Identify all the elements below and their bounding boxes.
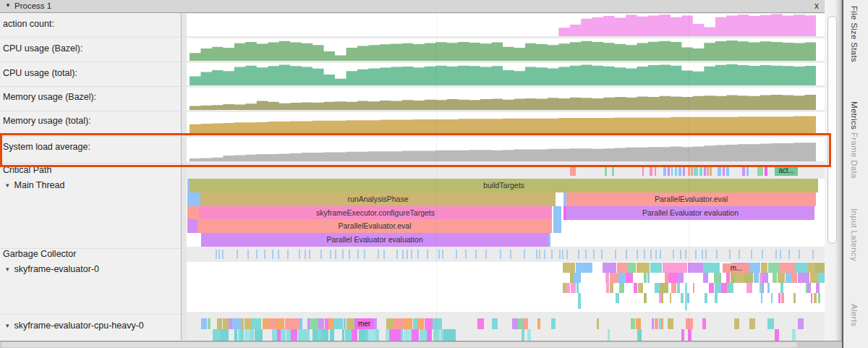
cpu-heavy-slice[interactable] xyxy=(232,318,241,329)
gc-event-slice[interactable] xyxy=(751,250,752,259)
evaluator0-slice[interactable] xyxy=(771,293,773,303)
critical-path-slice[interactable] xyxy=(642,166,644,176)
evaluator0-slice[interactable] xyxy=(628,263,636,273)
gc-event-slice[interactable] xyxy=(775,250,777,259)
evaluator0-slice[interactable] xyxy=(610,273,618,283)
evaluator0-slice[interactable] xyxy=(805,273,809,283)
collapse-triangle-icon[interactable]: ▾ xyxy=(6,182,9,189)
critical-path-slice[interactable] xyxy=(726,166,729,176)
evaluator0-badge[interactable]: m... xyxy=(723,263,750,273)
evaluator0-slice[interactable] xyxy=(807,283,811,293)
cpu-heavy-slice[interactable] xyxy=(518,318,523,329)
gc-event-slice[interactable] xyxy=(272,250,273,259)
evaluator0-slice[interactable] xyxy=(663,263,673,273)
track-label[interactable]: Memory usage (total): xyxy=(3,116,91,126)
evaluator0-slice[interactable] xyxy=(778,293,780,303)
gc-event-slice[interactable] xyxy=(650,250,652,259)
cpu-heavy-slice[interactable] xyxy=(344,318,346,329)
side-tab-metrics[interactable]: Metrics xyxy=(850,101,859,130)
evaluator0-slice[interactable] xyxy=(814,293,817,303)
evaluator0-slice[interactable] xyxy=(603,263,616,273)
critical-path-slice[interactable] xyxy=(691,166,693,176)
evaluator0-slice[interactable] xyxy=(671,283,676,293)
evaluator0-slice[interactable] xyxy=(655,283,660,293)
cpu-heavy-slice[interactable] xyxy=(608,329,610,341)
critical-path-badge[interactable]: act... xyxy=(775,166,798,176)
gc-event-slice[interactable] xyxy=(456,250,457,259)
collapse-triangle-icon[interactable]: ▾ xyxy=(6,266,9,273)
evaluator0-slice[interactable] xyxy=(709,283,714,293)
gc-event-slice[interactable] xyxy=(278,250,279,259)
gc-event-slice[interactable] xyxy=(305,250,306,259)
evaluator0-slice[interactable] xyxy=(638,283,643,293)
evaluator0-slice[interactable] xyxy=(574,273,581,283)
cpu-heavy-slice[interactable] xyxy=(354,329,357,341)
cpu-heavy-slice[interactable] xyxy=(342,329,344,341)
critical-path-slice[interactable] xyxy=(678,166,681,176)
cpu-heavy-slice[interactable] xyxy=(221,329,229,341)
evaluator0-slice[interactable] xyxy=(618,273,626,283)
evaluator0-slice[interactable] xyxy=(660,283,665,293)
gc-event-slice[interactable] xyxy=(247,250,249,259)
evaluator0-slice[interactable] xyxy=(810,273,818,283)
cpu-heavy-slice[interactable] xyxy=(749,318,755,329)
critical-path-slice[interactable] xyxy=(605,166,607,176)
critical-path-slice[interactable] xyxy=(707,166,709,176)
evaluator0-slice[interactable] xyxy=(731,273,736,283)
horizontal-scrollbar-thumb[interactable] xyxy=(1,342,797,347)
cpu-heavy-slice[interactable] xyxy=(272,329,277,341)
gc-event-slice[interactable] xyxy=(364,250,365,259)
cpu-heavy-slice[interactable] xyxy=(597,318,599,329)
evaluator0-slice[interactable] xyxy=(644,273,647,283)
gc-event-slice[interactable] xyxy=(287,250,289,259)
counter-chart-action-count[interactable] xyxy=(190,14,816,36)
cpu-heavy-slice[interactable] xyxy=(263,318,269,329)
evaluator0-slice[interactable] xyxy=(762,283,764,293)
cpu-heavy-slice[interactable] xyxy=(213,329,221,341)
side-tab-file-size-stats[interactable]: File Size Stats xyxy=(850,6,859,62)
cpu-heavy-slice[interactable] xyxy=(299,318,302,329)
gc-event-slice[interactable] xyxy=(626,250,627,259)
evaluator0-slice[interactable] xyxy=(678,273,684,283)
cpu-heavy-slice[interactable] xyxy=(330,329,334,341)
evaluator0-slice[interactable] xyxy=(619,283,624,293)
gc-event-slice[interactable] xyxy=(299,250,300,259)
gc-event-slice[interactable] xyxy=(256,250,258,259)
gc-event-slice[interactable] xyxy=(739,250,740,259)
evaluator0-slice[interactable] xyxy=(566,283,570,293)
cpu-heavy-slice[interactable] xyxy=(321,329,328,341)
gc-event-slice[interactable] xyxy=(702,250,703,259)
cpu-heavy-slice[interactable] xyxy=(328,318,333,329)
evaluator0-slice[interactable] xyxy=(650,263,662,273)
critical-path-slice[interactable] xyxy=(655,166,656,176)
evaluator0-slice[interactable] xyxy=(617,263,629,273)
evaluator0-slice[interactable] xyxy=(811,293,812,303)
counter-chart-memory-usage-bazel[interactable] xyxy=(190,88,816,110)
gc-event-slice[interactable] xyxy=(544,250,545,259)
cpu-heavy-slice[interactable] xyxy=(217,318,222,329)
cpu-heavy-slice[interactable] xyxy=(522,329,524,341)
evaluator0-slice[interactable] xyxy=(576,283,579,293)
evaluator0-slice[interactable] xyxy=(672,263,687,273)
evaluator0-slice[interactable] xyxy=(681,293,684,303)
gc-event-slice[interactable] xyxy=(716,250,718,259)
evaluator0-slice[interactable] xyxy=(661,293,663,303)
critical-path-slice[interactable] xyxy=(663,166,666,176)
gc-event-slice[interactable] xyxy=(417,250,419,259)
evaluator0-slice[interactable] xyxy=(688,263,703,273)
cpu-heavy-slice[interactable] xyxy=(652,318,654,329)
cpu-heavy-slice[interactable] xyxy=(401,329,403,341)
gc-event-slice[interactable] xyxy=(655,250,657,259)
flame-span[interactable] xyxy=(548,233,550,247)
cpu-heavy-slice[interactable] xyxy=(250,329,254,341)
flame-span[interactable]: runAnalysisPhase xyxy=(200,192,556,206)
gc-event-slice[interactable] xyxy=(615,250,616,259)
evaluator0-slice[interactable] xyxy=(610,283,613,293)
cpu-heavy-slice[interactable] xyxy=(223,318,229,329)
process-header[interactable]: ▼ Process 1 x xyxy=(0,0,825,13)
flame-span[interactable] xyxy=(187,206,199,220)
cpu-heavy-slice[interactable] xyxy=(386,318,393,329)
evaluator0-slice[interactable] xyxy=(703,263,720,273)
critical-path-slice[interactable] xyxy=(710,166,712,176)
gc-event-slice[interactable] xyxy=(218,250,220,259)
